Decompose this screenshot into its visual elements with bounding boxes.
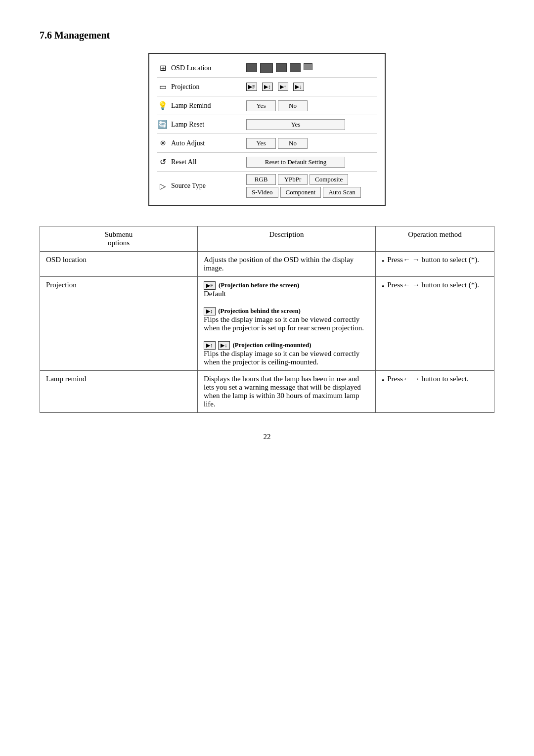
- proj-bold-2: (Projection behind the screen): [218, 307, 301, 314]
- proj-sym-4: ▶↓: [293, 83, 304, 91]
- proj-sym-3: ▶↑: [278, 83, 289, 91]
- proj-desc-2: ▶↕ (Projection behind the screen) Flips …: [204, 307, 369, 332]
- projection-icon: ▭: [157, 82, 168, 91]
- reset-all-label-text: Reset All: [171, 158, 197, 166]
- source-type-label-text: Source Type: [171, 182, 206, 190]
- auto-adjust-no[interactable]: No: [278, 138, 308, 149]
- menu-label-projection: ▭ Projection: [157, 82, 246, 91]
- description-table: Submenuoptions Description Operation met…: [40, 226, 494, 413]
- proj-bold-1: (Projection before the screen): [219, 281, 300, 289]
- op-osd-text: Press← → button to select (*).: [387, 256, 479, 266]
- op-projection: • Press← → button to select (*).: [376, 277, 494, 371]
- proj-icon-f: ▶F: [204, 281, 216, 290]
- menu-row-auto-adjust: ✳ Auto Adjust Yes No: [157, 134, 377, 153]
- section-title: 7.6 Management: [40, 30, 494, 41]
- osd-sq-3: [276, 63, 287, 72]
- auto-adjust-icon: ✳: [157, 138, 168, 148]
- osd-sq-2: [260, 63, 273, 73]
- proj-sym-1: ▶F: [246, 83, 257, 91]
- lamp-remind-yes[interactable]: Yes: [246, 100, 276, 111]
- menu-label-auto-adjust: ✳ Auto Adjust: [157, 138, 246, 148]
- menu-label-osd: ⊞ OSD Location: [157, 63, 246, 73]
- source-svideo[interactable]: S-Video: [246, 187, 278, 198]
- menu-label-lamp-remind: 💡 Lamp Remind: [157, 101, 246, 110]
- lamp-remind-label-text: Lamp Remind: [171, 102, 211, 110]
- op-lamp-text: Press← → button to select.: [387, 375, 469, 385]
- bullet-lamp: •: [382, 376, 384, 385]
- page-number: 22: [40, 433, 494, 441]
- submenu-projection: Projection: [40, 277, 198, 371]
- auto-adjust-options: Yes No: [246, 138, 377, 149]
- lamp-reset-icon: 🔄: [157, 120, 168, 129]
- menu-row-lamp-reset: 🔄 Lamp Reset Yes: [157, 115, 377, 134]
- source-rgb[interactable]: RGB: [246, 174, 276, 185]
- lamp-reset-label-text: Lamp Reset: [171, 121, 204, 129]
- bullet-icon: •: [382, 257, 384, 266]
- desc-osd: Adjusts the position of the OSD within t…: [198, 252, 376, 277]
- submenu-osd: OSD location: [40, 252, 198, 277]
- proj-icon-rev: ▶↕: [204, 307, 216, 315]
- table-row-projection: Projection ▶F (Projection before the scr…: [40, 277, 494, 371]
- table-row-osd: OSD location Adjusts the position of the…: [40, 252, 494, 277]
- col-header-submenu: Submenuoptions: [40, 226, 198, 252]
- osd-sq-5: [304, 63, 312, 70]
- proj-icon-ceil2: ▶↓: [218, 341, 230, 350]
- lamp-remind-options: Yes No: [246, 100, 377, 111]
- col-header-operation: Operation method: [376, 226, 494, 252]
- source-autoscan[interactable]: Auto Scan: [323, 187, 361, 198]
- menu-row-lamp-remind: 💡 Lamp Remind Yes No: [157, 96, 377, 115]
- op-osd: • Press← → button to select (*).: [376, 252, 494, 277]
- osd-label-text: OSD Location: [171, 64, 211, 72]
- proj-bold-3: (Projection ceiling-mounted): [233, 341, 312, 349]
- source-type-icon: ▷: [157, 181, 168, 191]
- source-type-options: RGB YPbPr Composite S-Video Component Au…: [246, 174, 377, 198]
- projection-icons: ▶F ▶↕ ▶↑ ▶↓: [246, 83, 305, 91]
- osd-icon: ⊞: [157, 63, 168, 73]
- menu-label-source-type: ▷ Source Type: [157, 181, 246, 191]
- source-component[interactable]: Component: [280, 187, 321, 198]
- lamp-remind-icon: 💡: [157, 101, 168, 110]
- reset-all-options: Reset to Default Setting: [246, 157, 377, 168]
- auto-adjust-yes[interactable]: Yes: [246, 138, 276, 149]
- op-proj-text: Press← → button to select (*).: [387, 281, 479, 291]
- proj-desc-1: ▶F (Projection before the screen) Defaul…: [204, 281, 369, 298]
- menu-row-reset-all: ↺ Reset All Reset to Default Setting: [157, 153, 377, 172]
- menu-label-lamp-reset: 🔄 Lamp Reset: [157, 120, 246, 129]
- menu-row-projection: ▭ Projection ▶F ▶↕ ▶↑ ▶↓: [157, 78, 377, 96]
- submenu-lamp-remind: Lamp remind: [40, 371, 198, 413]
- source-ypbpr[interactable]: YPbPr: [278, 174, 308, 185]
- menu-row-source-type: ▷ Source Type RGB YPbPr Composite S-Vide…: [157, 172, 377, 200]
- proj-icon-ceil1: ▶↑: [204, 341, 216, 350]
- table-row-lamp-remind: Lamp remind Displays the hours that the …: [40, 371, 494, 413]
- proj-sym-2: ▶↕: [262, 83, 273, 91]
- osd-sq-1: [246, 63, 257, 72]
- lamp-remind-no[interactable]: No: [278, 100, 308, 111]
- auto-adjust-label-text: Auto Adjust: [171, 139, 205, 147]
- menu-row-osd: ⊞ OSD Location: [157, 59, 377, 78]
- lamp-reset-options: Yes: [246, 119, 377, 130]
- source-composite[interactable]: Composite: [310, 174, 348, 185]
- lamp-reset-yes[interactable]: Yes: [246, 119, 345, 130]
- desc-projection: ▶F (Projection before the screen) Defaul…: [198, 277, 376, 371]
- op-lamp-remind: • Press← → button to select.: [376, 371, 494, 413]
- osd-squares: [246, 63, 312, 73]
- projection-label-text: Projection: [171, 83, 200, 91]
- proj-desc-3: ▶↑ ▶↓ (Projection ceiling-mounted) Flips…: [204, 341, 369, 366]
- reset-to-default-btn[interactable]: Reset to Default Setting: [246, 157, 345, 168]
- bullet-proj: •: [382, 282, 384, 291]
- menu-image: ⊞ OSD Location ▭ Projection ▶F ▶↕ ▶↑ ▶↓ …: [148, 53, 386, 206]
- osd-sq-4: [290, 63, 301, 72]
- menu-label-reset-all: ↺ Reset All: [157, 157, 246, 167]
- reset-all-icon: ↺: [157, 157, 168, 167]
- col-header-description: Description: [198, 226, 376, 252]
- desc-lamp-remind: Displays the hours that the lamp has bee…: [198, 371, 376, 413]
